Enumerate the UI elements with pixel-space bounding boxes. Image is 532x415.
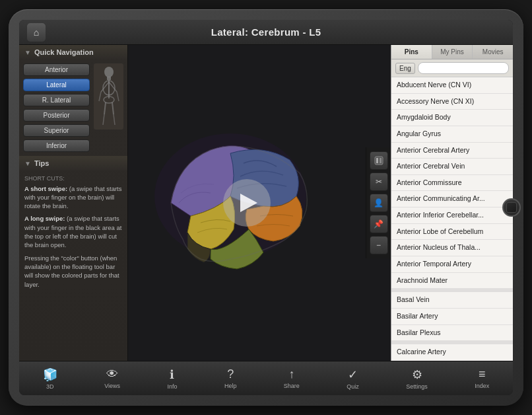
list-item[interactable]: Basilar Artery	[391, 309, 513, 325]
bottom-index[interactable]: ≡Index	[469, 365, 494, 392]
bottom-apps[interactable]: 🧊3D	[38, 365, 63, 393]
svg-rect-1	[107, 77, 111, 80]
svg-line-5	[101, 82, 109, 92]
home-button-inner	[506, 202, 517, 213]
quick-nav-header: ▼ Quick Navigation	[19, 45, 127, 59]
list-item[interactable]: Anterior Communicating Ar...	[391, 191, 513, 208]
list-item[interactable]: Anterior Inferior Cerebellar...	[391, 208, 513, 224]
tab-pins[interactable]: Pins	[391, 45, 432, 59]
share-label: Share	[284, 383, 300, 389]
bottom-info[interactable]: ℹInfo	[162, 365, 182, 393]
list-item[interactable]: Anterior Cerebral Artery	[391, 143, 513, 159]
list-item[interactable]: Basilar Plexus	[391, 325, 513, 342]
svg-line-7	[99, 92, 101, 101]
color-tip: Pressing the "color" button (when availa…	[24, 254, 122, 289]
right-toolbar: ✂ 👤 📌 −	[366, 147, 391, 258]
list-item[interactable]: Basal Vein	[391, 292, 513, 309]
list-item[interactable]: Abducent Nerve (CN VI)	[391, 77, 513, 94]
nav-superior[interactable]: Superior	[23, 124, 90, 137]
settings-icon: ⚙	[412, 367, 422, 382]
tab-movies[interactable]: Movies	[473, 45, 513, 59]
svg-line-8	[117, 92, 119, 101]
views-label: Views	[104, 383, 120, 389]
tool-pin[interactable]: 📌	[370, 215, 388, 233]
list-item[interactable]: Anterior Nucleus of Thala...	[391, 240, 513, 256]
list-item[interactable]: Anterior Cerebral Vein	[391, 159, 513, 175]
svg-rect-17	[380, 158, 382, 163]
page-title: Lateral: Cerebrum - L5	[211, 26, 321, 38]
list-item[interactable]: Amygdaloid Body	[391, 110, 513, 126]
home-button[interactable]: ⌂	[27, 23, 46, 42]
skeleton-nav: Anterior Lateral R. Lateral Posterior Su…	[19, 59, 127, 156]
settings-label: Settings	[406, 383, 428, 390]
tool-color[interactable]	[370, 151, 388, 170]
skeleton-image	[94, 63, 123, 130]
list-item[interactable]: Calcarine Artery	[391, 344, 513, 361]
apps-icon: 🧊	[43, 367, 57, 382]
tab-mypins[interactable]: My Pins	[432, 45, 473, 59]
list-item[interactable]: Angular Gyrus	[391, 126, 513, 143]
ipad-home-button[interactable]	[502, 198, 521, 217]
apps-label: 3D	[46, 383, 54, 390]
list-item[interactable]: Anterior Lobe of Cerebellum	[391, 224, 513, 241]
help-icon: ?	[227, 367, 234, 381]
tool-minus[interactable]: −	[370, 236, 388, 254]
bottom-bar: 🧊3D👁ViewsℹInfo?Help↑Share✓Quiz⚙Settings≡…	[19, 361, 513, 395]
bottom-quiz[interactable]: ✓Quiz	[341, 365, 364, 393]
help-label: Help	[224, 383, 237, 389]
tips-section: SHORT CUTS: A short swipe: (a swipe that…	[19, 170, 127, 361]
lang-button[interactable]: Eng	[395, 63, 415, 74]
list-item[interactable]: Anterior Temporal Artery	[391, 256, 513, 273]
brain-container	[128, 45, 366, 361]
play-icon	[240, 194, 257, 212]
bottom-help[interactable]: ?Help	[219, 365, 242, 392]
svg-rect-16	[376, 158, 378, 163]
quiz-label: Quiz	[347, 383, 359, 390]
tabs-bar: Pins My Pins Movies	[391, 45, 513, 59]
list-item[interactable]: Arachnoid Mater	[391, 273, 513, 289]
svg-line-6	[109, 82, 117, 92]
main-content: ▼ Quick Navigation Anterior Lateral R. L…	[19, 45, 513, 361]
nav-buttons: Anterior Lateral R. Lateral Posterior Su…	[23, 63, 90, 152]
index-icon: ≡	[479, 367, 486, 381]
list-item[interactable]: Anterior Commissure	[391, 175, 513, 192]
bottom-settings[interactable]: ⚙Settings	[401, 365, 433, 393]
quiz-icon: ✓	[348, 367, 358, 382]
svg-point-0	[104, 67, 114, 77]
tips-title: Tips	[34, 159, 49, 167]
search-input[interactable]	[418, 62, 509, 74]
svg-line-10	[104, 102, 106, 114]
nav-anterior[interactable]: Anterior	[23, 63, 90, 76]
index-label: Index	[475, 383, 489, 389]
tool-person[interactable]: 👤	[370, 194, 388, 212]
svg-line-13	[114, 114, 115, 125]
info-icon: ℹ	[170, 367, 174, 382]
anatomy-list[interactable]: Abducent Nerve (CN VI)Accessory Nerve (C…	[391, 77, 513, 361]
tool-scissors[interactable]: ✂	[370, 172, 388, 191]
list-item[interactable]: Accessory Nerve (CN XI)	[391, 94, 513, 110]
svg-line-12	[103, 114, 104, 125]
lang-search-bar: Eng	[391, 59, 513, 77]
short-swipe-tip: A short swipe: (a swipe that starts with…	[24, 184, 122, 211]
brain-view[interactable]: ✂ 👤 📌 −	[128, 45, 391, 361]
info-label: Info	[167, 383, 177, 390]
quick-nav-title: Quick Navigation	[34, 48, 94, 56]
nav-r-lateral[interactable]: R. Lateral	[23, 94, 90, 106]
tips-content: SHORT CUTS: A short swipe: (a swipe that…	[19, 170, 127, 297]
shortcut-label: SHORT CUTS:	[24, 174, 122, 183]
bottom-views[interactable]: 👁Views	[99, 365, 125, 392]
ipad-frame: ⌂ Lateral: Cerebrum - L5 ▼ Quick Navigat…	[9, 9, 523, 406]
share-icon: ↑	[288, 367, 294, 381]
right-panel: Pins My Pins Movies Eng Abducent Nerve (…	[391, 45, 513, 361]
long-swipe-tip: A long swipe: (a swipe that starts with …	[24, 214, 122, 249]
triangle-icon: ▼	[24, 49, 31, 56]
ipad-screen: ⌂ Lateral: Cerebrum - L5 ▼ Quick Navigat…	[19, 20, 513, 395]
svg-rect-15	[375, 157, 383, 165]
bottom-share[interactable]: ↑Share	[279, 365, 305, 392]
nav-lateral[interactable]: Lateral	[23, 79, 90, 91]
tips-triangle-icon: ▼	[24, 160, 31, 167]
svg-line-11	[112, 102, 114, 114]
play-button[interactable]	[223, 179, 271, 227]
nav-posterior[interactable]: Posterior	[23, 109, 90, 122]
nav-inferior[interactable]: Inferior	[23, 139, 90, 152]
